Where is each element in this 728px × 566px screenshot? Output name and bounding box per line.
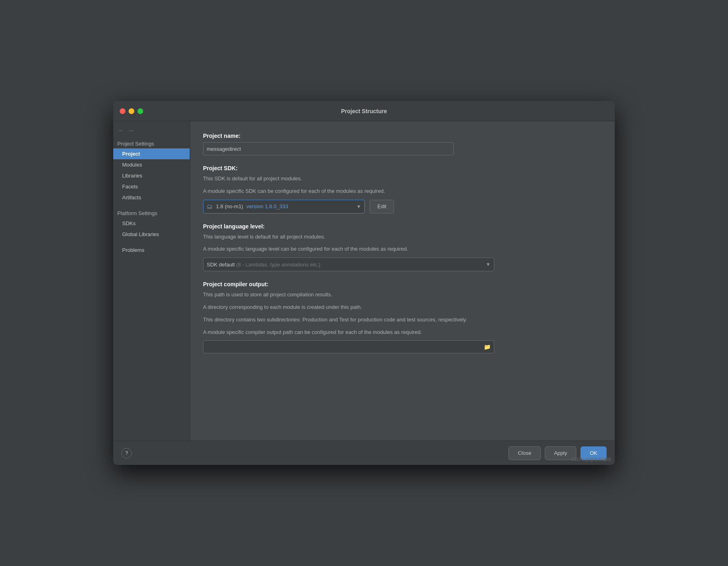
minimize-button[interactable] [129,108,134,114]
sdk-row: 🗂 1.8 (no-m1) version 1.8.0_333 ▼ Edit [203,200,602,213]
sidebar: ← → Project Settings Project Modules Lib… [113,121,190,441]
back-arrow[interactable]: ← [117,127,125,134]
content-area: Project name: Project SDK: This SDK is d… [190,121,615,441]
compiler-output-label: Project compiler output: [203,281,602,287]
lang-desc1: This language level is default for all p… [203,233,602,241]
compiler-folder-icon[interactable]: 📁 [484,344,491,350]
close-button[interactable] [120,108,125,114]
sidebar-item-global-libraries[interactable]: Global Libraries [113,229,190,240]
lang-detail: (8 - Lambdas, type annotations etc.) [236,262,320,268]
maximize-button[interactable] [138,108,143,114]
sdk-name: 1.8 (no-m1) [216,203,243,209]
sidebar-divider [113,203,190,208]
compiler-desc1: This path is used to store all project c… [203,291,602,299]
sdk-dropdown[interactable]: 🗂 1.8 (no-m1) version 1.8.0_333 ▼ [203,200,365,213]
project-sdk-label: Project SDK: [203,165,602,171]
lang-dropdown-arrow: ▼ [486,262,491,267]
platform-settings-label: Platform Settings [113,208,190,218]
sidebar-divider-2 [113,240,190,245]
main-content: ← → Project Settings Project Modules Lib… [113,121,615,441]
sidebar-item-modules[interactable]: Modules [113,159,190,170]
compiler-desc3: This directory contains two subdirectori… [203,316,602,324]
language-dropdown[interactable]: SDK default (8 - Lambdas, type annotatio… [203,258,494,271]
project-name-label: Project name: [203,133,602,139]
sidebar-item-problems[interactable]: Problems [113,245,190,256]
sdk-folder-icon: 🗂 [207,203,213,210]
forward-arrow[interactable]: → [127,127,135,134]
compiler-desc2: A directory corresponding to each module… [203,303,602,312]
project-name-input[interactable] [203,142,454,155]
project-language-section: Project language level: This language le… [203,223,602,272]
help-button[interactable]: ? [121,448,132,458]
project-language-label: Project language level: [203,223,602,230]
compiler-output-input[interactable] [207,344,482,350]
lang-desc2: A module specific language level can be … [203,245,602,253]
edit-sdk-button[interactable]: Edit [370,200,394,213]
nav-arrows: ← → [113,125,190,138]
window-controls [120,108,143,114]
project-sdk-section: Project SDK: This SDK is default for all… [203,165,602,213]
compiler-output-row: 📁 [203,340,494,353]
sdk-version: version 1.8.0_333 [246,203,288,209]
sdk-dropdown-inner: 🗂 1.8 (no-m1) version 1.8.0_333 [207,203,356,210]
sidebar-item-project[interactable]: Project [113,148,190,159]
sdk-dropdown-arrow: ▼ [356,204,361,209]
titlebar: Project Structure [113,101,615,121]
window-title: Project Structure [341,108,387,114]
compiler-output-container: 📁 [203,340,494,353]
sidebar-item-facets[interactable]: Facets [113,181,190,192]
sidebar-item-sdks[interactable]: SDKs [113,218,190,229]
close-action-button[interactable]: Close [508,446,540,460]
project-settings-label: Project Settings [113,138,190,148]
bottom-bar: ? Close Apply OK CSDN @@米林咖啡 [113,441,615,465]
project-name-section: Project name: [203,133,602,155]
project-structure-window: Project Structure ← → Project Settings P… [113,101,615,465]
watermark: CSDN @@米林咖啡 [571,456,612,463]
project-sdk-desc1: This SDK is default for all project modu… [203,175,602,183]
compiler-desc4: A module specific compiler output path c… [203,328,602,337]
project-sdk-desc2: A module specific SDK can be configured … [203,187,602,196]
project-compiler-section: Project compiler output: This path is us… [203,281,602,353]
lang-default-inner: SDK default (8 - Lambdas, type annotatio… [207,262,320,268]
sidebar-item-libraries[interactable]: Libraries [113,170,190,181]
sidebar-item-artifacts[interactable]: Artifacts [113,192,190,203]
